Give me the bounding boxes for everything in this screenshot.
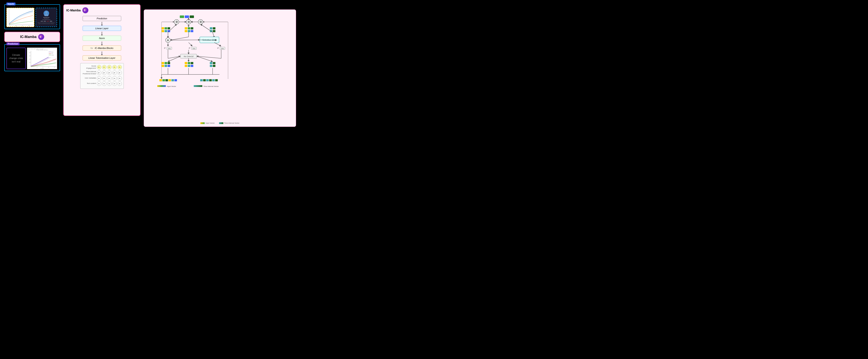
circle-e2: e₂ (102, 65, 106, 69)
circle-x1: x₁ (97, 82, 101, 86)
prediction-section: Prediction Climate change crisis isn't r… (4, 44, 60, 71)
svg-text:⊗: ⊗ (167, 38, 169, 42)
svg-rect-37 (180, 16, 184, 18)
svg-rect-130 (215, 79, 218, 81)
prediction-label: Prediction (6, 42, 20, 45)
svg-rect-100 (167, 65, 170, 67)
label-social-engagement: Social Engagement (82, 65, 96, 69)
svg-rect-129 (212, 79, 215, 81)
svg-rect-97 (167, 62, 170, 64)
stat-2: 2012 (43, 21, 46, 22)
svg-rect-39 (190, 16, 194, 18)
ic-mamba-architecture: IC-Mamba S (63, 4, 141, 116)
svg-rect-108 (213, 62, 215, 64)
right-panel: IC-Mamba Block ⊕ (144, 4, 296, 127)
svg-rect-131 (157, 85, 166, 87)
svg-rect-54 (188, 27, 190, 29)
svg-rect-58 (191, 30, 193, 32)
arch-prediction: Prediction (83, 16, 121, 21)
main-container: Inputs Jan (0, 0, 300, 131)
svg-rect-98 (161, 65, 164, 67)
label-time-interval: Time-Interval Positional Embed (82, 70, 96, 75)
svg-text:Silu: Silu (221, 48, 224, 50)
architecture-flow: Prediction Linear Layer Norm Nx IC-Mamba… (66, 16, 137, 113)
svg-rect-57 (188, 30, 190, 32)
svg-text:Opinion Engagement Prediction : Opinion Engagement Prediction with Confi… (27, 48, 43, 49)
inputs-inner: Jan Mar Jun Sep (6, 8, 58, 27)
svg-text:Pred: Pred (52, 53, 53, 54)
svg-rect-109 (210, 65, 212, 67)
legend-input-label: Input Vector (206, 122, 215, 124)
svg-rect-122 (168, 79, 171, 81)
circle-e3: e₃ (107, 65, 112, 69)
svg-text:1000: 1000 (29, 62, 30, 63)
profile-bio: At vero eos et accusamus et iusto odio d… (37, 22, 56, 24)
svg-text:Mar: Mar (16, 25, 17, 26)
circle-u5: u₅ (118, 76, 122, 81)
svg-rect-106 (191, 65, 193, 67)
svg-text:80: 80 (48, 67, 49, 68)
svg-rect-103 (191, 62, 193, 64)
legend-time-label: Time-Interval Vector (224, 122, 240, 124)
circle-u1: u₁ (97, 76, 101, 81)
svg-text:Silu: Silu (168, 48, 170, 50)
stat-1: 1241 (40, 21, 43, 22)
svg-text:σ: σ (189, 47, 190, 49)
svg-text:Input Vector: Input Vector (167, 85, 176, 87)
arch-tokenise: Linear Tokenisation Layer (83, 55, 121, 61)
engagement-chart: Jan Mar Jun Sep (7, 8, 34, 27)
stat-4: 1029 (50, 21, 52, 22)
ic-mamba-label-title: IC-Mamba (20, 35, 36, 39)
svg-rect-128 (209, 79, 212, 81)
svg-rect-104 (185, 65, 187, 67)
svg-rect-120 (162, 79, 165, 81)
svg-text:⊕: ⊕ (175, 20, 178, 24)
block-title: IC-Mamba Block (144, 4, 296, 8)
svg-text:σ: σ (217, 47, 219, 49)
arrow-2 (102, 32, 102, 35)
profile-stats: 1241 2012 1544 1029 (40, 21, 52, 22)
svg-rect-99 (164, 65, 167, 67)
ic-mamba-header: IC-Mamba S (66, 7, 137, 13)
label-user-metadata: User metadata (82, 77, 96, 79)
svg-text:Time-Interval Vector: Time-Interval Vector (204, 85, 219, 87)
svg-text:⊕: ⊕ (199, 20, 202, 24)
svg-text:20: 20 (37, 67, 37, 68)
svg-rect-51 (164, 30, 167, 32)
svg-rect-123 (172, 79, 174, 81)
profile-avatar (43, 10, 49, 16)
svg-text:2000: 2000 (29, 59, 30, 60)
legend-input-swatch (200, 122, 205, 124)
svg-rect-59 (210, 27, 212, 29)
svg-rect-49 (167, 27, 170, 29)
circle-p4: p₄ (113, 70, 117, 75)
circle-p2: p₂ (102, 70, 106, 75)
svg-point-8 (44, 14, 49, 16)
circle-u3: u₃ (107, 76, 112, 81)
svg-line-74 (170, 40, 200, 40)
inputs-label: Inputs (6, 3, 16, 5)
svg-rect-102 (188, 62, 190, 64)
svg-text:50: 50 (42, 67, 43, 68)
circle-u4: u₄ (113, 76, 117, 81)
block-legend: Input Vector Time-Interval Vector (147, 122, 293, 124)
ic-mamba-block-box: ⊕ (144, 9, 296, 127)
svg-text:⊕: ⊕ (187, 20, 190, 24)
svg-rect-47 (161, 27, 164, 29)
svg-rect-38 (185, 16, 189, 18)
svg-rect-55 (191, 27, 193, 29)
svg-rect-62 (213, 30, 215, 32)
svg-rect-48 (164, 27, 167, 29)
forecast-chart: Opinion Engagement Prediction with Confi… (27, 48, 57, 69)
mamba-logo-2: S (82, 7, 88, 13)
arrow-3 (102, 41, 102, 44)
circle-x4: x₄ (113, 82, 117, 86)
ic-mamba-label-section: IC-Mamba S (4, 32, 60, 42)
circle-x5: x₅ (118, 82, 122, 86)
svg-rect-105 (188, 65, 190, 67)
middle-panel: IC-Mamba S (63, 4, 141, 116)
svg-rect-56 (185, 30, 187, 32)
row-text-content: Text content x₁ x₂ x₃ x₄ x₅ (82, 82, 122, 86)
legend-time: Time-Interval Vector (219, 122, 240, 124)
circle-x2: x₂ (102, 82, 106, 86)
